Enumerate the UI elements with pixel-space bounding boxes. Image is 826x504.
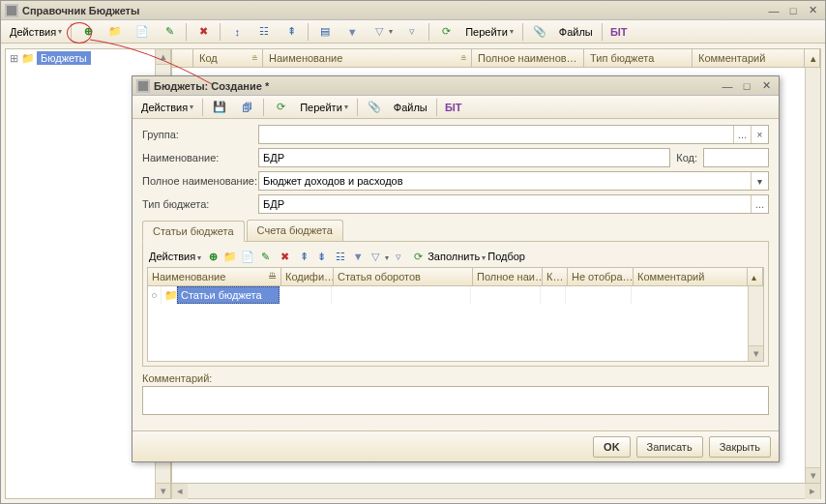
comment-area: Комментарий: [142, 372, 769, 417]
inner-filter-x[interactable]: ▿ [391, 249, 406, 264]
moveup-button[interactable]: ⇞ [279, 22, 304, 42]
inner-row[interactable]: ○ 📁 Статьи бюджета [148, 286, 763, 304]
up-icon: ⇞ [283, 24, 299, 40]
icol-name[interactable]: Наименование≞ [148, 268, 281, 285]
hscroll-right[interactable]: ▸ [805, 484, 820, 499]
fullname-input[interactable] [259, 172, 751, 190]
dlg-save-icon[interactable]: 💾 [207, 98, 232, 117]
delete-button[interactable]: ✖ [191, 22, 216, 42]
dialog-maximize[interactable]: □ [738, 78, 755, 94]
fullname-input-wrap[interactable]: ▾ [258, 171, 769, 191]
inner-edit[interactable]: ✎ [257, 249, 273, 264]
name-input[interactable] [259, 149, 669, 166]
inner-hier[interactable]: ☷ [333, 249, 348, 264]
icol-scroll[interactable]: ▴ [748, 268, 763, 285]
row-name-cell[interactable]: Статьи бюджета [177, 286, 280, 304]
dialog-close[interactable]: ✕ [757, 78, 775, 94]
fullname-dd-btn[interactable]: ▾ [751, 172, 768, 190]
type-input[interactable] [259, 195, 751, 213]
del2-icon: ✖ [277, 249, 292, 264]
inner-movedown[interactable]: ⇟ [313, 249, 329, 264]
icol-full[interactable]: Полное наи… [473, 268, 543, 285]
comment-input[interactable] [142, 386, 769, 415]
scroll-down-icon[interactable]: ▾ [156, 483, 170, 498]
files-button[interactable]: Файлы [554, 22, 598, 42]
move-button[interactable]: ↕ [224, 22, 250, 42]
maximize-button[interactable]: □ [784, 3, 802, 18]
group-input[interactable] [259, 126, 733, 143]
group-clear-btn[interactable]: × [751, 126, 768, 143]
bit-button[interactable]: БІТ [606, 22, 632, 42]
inner-del[interactable]: ✖ [277, 249, 292, 264]
dlg-files[interactable]: Файлы [389, 98, 432, 117]
icol-nodisp[interactable]: Не отобра… [568, 268, 634, 285]
col-marker[interactable] [172, 49, 193, 67]
minimize-button[interactable]: — [765, 3, 782, 18]
group-input-wrap[interactable]: … × [258, 125, 769, 144]
dialog-minimize[interactable]: — [719, 78, 736, 94]
expand-icon[interactable]: ⊞ [10, 52, 21, 65]
filter-button[interactable]: ▼ [339, 22, 365, 42]
col-comment[interactable]: Комментарий [693, 49, 805, 67]
icol-turnover[interactable]: Статья оборотов [334, 268, 473, 285]
hier-button[interactable]: ☷ [251, 22, 277, 42]
grid-hscroll[interactable]: ◂ ▸ [171, 484, 821, 499]
group-select-btn[interactable]: … [733, 126, 751, 143]
add-folder-button[interactable]: 📁 [103, 22, 128, 42]
dlg-reread-icon[interactable]: 🗐 [234, 98, 259, 117]
inner-fill[interactable]: Заполнить [428, 251, 486, 262]
type-input-wrap[interactable]: … [258, 194, 769, 214]
type-select-btn[interactable]: … [751, 195, 768, 213]
edit-button[interactable]: ✎ [157, 22, 182, 42]
attach-button[interactable]: 📎 [527, 22, 552, 42]
col-fullname[interactable]: Полное наименов… [472, 49, 584, 67]
scroll-up-icon[interactable]: ▴ [156, 49, 170, 65]
hscroll-left[interactable]: ◂ [172, 484, 188, 499]
tab-items[interactable]: Статьи бюджета [142, 221, 245, 242]
inner-filter[interactable]: ▼ [350, 249, 366, 264]
dlg-actions-menu[interactable]: Действия [136, 98, 198, 117]
name-input-wrap[interactable] [258, 148, 670, 167]
tree-root-row[interactable]: ⊞ 📁 Бюджеты [6, 49, 170, 67]
ok-button[interactable]: OK [593, 436, 631, 458]
inner-copy[interactable]: 📄 [240, 249, 255, 264]
inner-vscroll[interactable]: ▾ [748, 286, 763, 361]
col-name[interactable]: Наименование≞ [263, 49, 472, 67]
copy-button[interactable]: 📄 [130, 22, 155, 42]
inner-pick[interactable]: Подбор [487, 251, 525, 262]
actions-menu[interactable]: Действия [5, 22, 67, 42]
goto-menu[interactable]: Перейти [460, 22, 518, 42]
grid-scroll-down[interactable]: ▾ [806, 467, 820, 483]
inner-moveup[interactable]: ⇞ [296, 249, 311, 264]
icol-codif[interactable]: Кодифи… [281, 268, 334, 285]
close-dlg-button[interactable]: Закрыть [709, 436, 771, 458]
add-button[interactable]: ⊕ [75, 22, 101, 42]
list-mode-button[interactable]: ▤ [312, 22, 338, 42]
inner-filter-dd[interactable]: ▽ [368, 249, 389, 264]
diskette-icon: 💾 [212, 100, 227, 115]
close-button[interactable]: ✕ [804, 3, 821, 18]
refresh-button[interactable]: ⟳ [433, 22, 458, 42]
inner-scroll-down[interactable]: ▾ [749, 345, 763, 361]
icol-k[interactable]: К… [543, 268, 568, 285]
filter-menu[interactable]: ▽ [367, 22, 398, 42]
tab-accounts[interactable]: Счета бюджета [247, 220, 343, 241]
icol-comment[interactable]: Комментарий [634, 268, 748, 285]
inner-refresh[interactable]: ⟳ [410, 249, 426, 264]
dlg-refresh[interactable]: ⟳ [268, 98, 293, 117]
col-type[interactable]: Тип бюджета [584, 49, 693, 67]
clear-filter-button[interactable]: ▿ [399, 22, 425, 42]
grid-vscroll[interactable]: ▾ [805, 68, 820, 483]
dlg-attach[interactable]: 📎 [362, 98, 387, 117]
inner-actions[interactable]: Действия [149, 251, 201, 262]
inner-addfolder[interactable]: 📁 [222, 249, 238, 264]
inner-add[interactable]: ⊕ [205, 249, 221, 264]
dlg-goto-menu[interactable]: Перейти [295, 98, 353, 117]
inner-grid-body[interactable]: ○ 📁 Статьи бюджета ▾ [147, 286, 764, 362]
col-scroll[interactable]: ▴ [805, 49, 820, 67]
code-input[interactable] [703, 148, 769, 167]
up2-icon: ⇞ [296, 249, 311, 264]
dlg-bit[interactable]: БІТ [441, 98, 466, 117]
save-button[interactable]: Записать [636, 436, 703, 458]
col-code[interactable]: Код≞ [193, 49, 263, 67]
